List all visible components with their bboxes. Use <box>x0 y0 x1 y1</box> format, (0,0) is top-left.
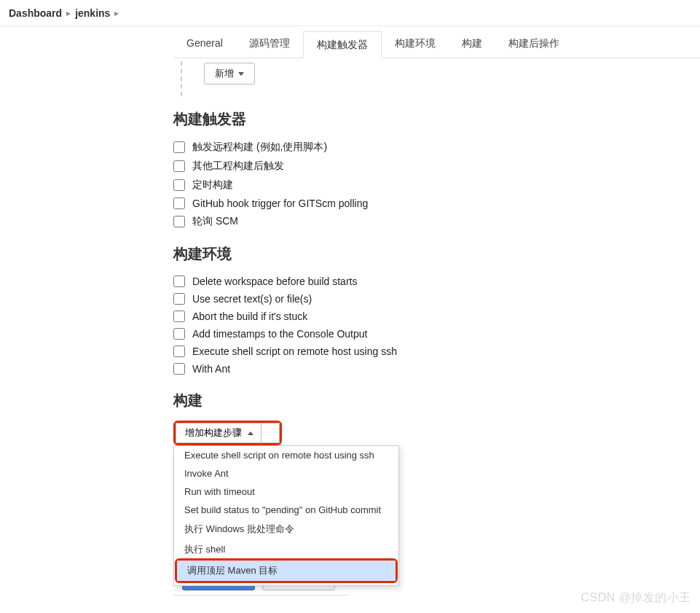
checkbox-trigger-remote[interactable] <box>173 141 185 153</box>
checkbox-trigger-upstream[interactable] <box>173 160 185 172</box>
highlight-annotation: 调用顶层 Maven 目标 <box>175 558 398 583</box>
label-trigger-remote[interactable]: 触发远程构建 (例如,使用脚本) <box>192 141 327 154</box>
highlight-annotation: 增加构建步骤 <box>173 421 282 445</box>
label-env-secret[interactable]: Use secret text(s) or file(s) <box>192 293 312 305</box>
trigger-row: 定时构建 <box>173 176 700 195</box>
chevron-right-icon: ▸ <box>114 8 119 18</box>
label-env-ssh-shell[interactable]: Execute shell script on remote host usin… <box>192 345 397 357</box>
tab-build[interactable]: 构建 <box>449 31 495 58</box>
trigger-row: 触发远程构建 (例如,使用脚本) <box>173 138 700 157</box>
env-row: Abort the build if it's stuck <box>173 308 700 325</box>
env-row: Delete workspace before build starts <box>173 273 700 290</box>
caret-up-icon <box>248 432 253 435</box>
tab-post-build[interactable]: 构建后操作 <box>495 31 573 58</box>
label-trigger-timer[interactable]: 定时构建 <box>192 179 233 192</box>
checkbox-env-delete-ws[interactable] <box>173 276 185 287</box>
label-env-abort-stuck[interactable]: Abort the build if it's stuck <box>192 311 307 322</box>
divider <box>173 595 348 596</box>
breadcrumb-item-dashboard[interactable]: Dashboard <box>9 7 62 19</box>
config-tabs: General 源码管理 构建触发器 构建环境 构建 构建后操作 <box>173 31 700 58</box>
main-content: General 源码管理 构建触发器 构建环境 构建 构建后操作 新增 构建触发… <box>173 26 700 458</box>
dropdown-item-execute-shell[interactable]: 执行 shell <box>174 539 398 560</box>
checkbox-env-timestamps[interactable] <box>173 328 185 340</box>
dropdown-item-ssh-shell[interactable]: Execute shell script on remote host usin… <box>174 446 398 464</box>
dropdown-item-invoke-ant[interactable]: Invoke Ant <box>174 464 398 483</box>
checkbox-trigger-poll-scm[interactable] <box>173 216 185 227</box>
checkbox-trigger-timer[interactable] <box>173 179 185 191</box>
add-build-step-button-split[interactable] <box>261 423 280 443</box>
add-build-step-wrap: 增加构建步骤 Execute shell script on remote ho… <box>173 421 700 445</box>
dropdown-item-run-timeout[interactable]: Run with timeout <box>174 483 398 501</box>
trigger-row: 轮询 SCM <box>173 212 700 231</box>
env-row: Use secret text(s) or file(s) <box>173 290 700 308</box>
trigger-row: 其他工程构建后触发 <box>173 157 700 176</box>
label-env-with-ant[interactable]: With Ant <box>192 363 230 375</box>
dropdown-item-windows-batch[interactable]: 执行 Windows 批处理命令 <box>174 519 398 539</box>
watermark-text: CSDN @掉发的小王 <box>581 590 691 606</box>
checkbox-trigger-github-hook[interactable] <box>173 198 185 209</box>
breadcrumb-item-jenkins[interactable]: jenkins <box>75 7 110 19</box>
checkbox-env-with-ant[interactable] <box>173 363 185 375</box>
label-trigger-poll-scm[interactable]: 轮询 SCM <box>192 215 238 228</box>
build-step-dropdown: Execute shell script on remote host usin… <box>173 445 399 586</box>
add-build-step-button[interactable]: 增加构建步骤 <box>176 423 261 443</box>
dropdown-item-maven-top[interactable]: 调用顶层 Maven 目标 <box>177 561 396 581</box>
tab-scm[interactable]: 源码管理 <box>236 31 303 58</box>
chevron-right-icon: ▸ <box>66 8 71 18</box>
label-env-delete-ws[interactable]: Delete workspace before build starts <box>192 276 357 287</box>
checkbox-env-ssh-shell[interactable] <box>173 345 185 357</box>
env-row: Add timestamps to the Console Output <box>173 325 700 343</box>
add-build-step-label: 增加构建步骤 <box>185 426 242 440</box>
section-title-env: 构建环境 <box>173 244 700 264</box>
dropdown-item-github-pending[interactable]: Set build status to "pending" on GitHub … <box>174 501 398 519</box>
add-behaviour-button[interactable]: 新增 <box>204 63 255 85</box>
additional-behaviours-block: 新增 <box>181 61 700 96</box>
env-row: With Ant <box>173 360 700 378</box>
tab-general[interactable]: General <box>173 31 236 58</box>
breadcrumb: Dashboard ▸ jenkins ▸ <box>0 0 700 26</box>
tab-build-triggers[interactable]: 构建触发器 <box>303 31 382 58</box>
label-trigger-upstream[interactable]: 其他工程构建后触发 <box>192 160 284 173</box>
label-trigger-github-hook[interactable]: GitHub hook trigger for GITScm polling <box>192 198 368 209</box>
tab-build-env[interactable]: 构建环境 <box>382 31 449 58</box>
label-env-timestamps[interactable]: Add timestamps to the Console Output <box>192 328 367 340</box>
env-row: Execute shell script on remote host usin… <box>173 343 700 360</box>
checkbox-env-abort-stuck[interactable] <box>173 311 185 322</box>
add-behaviour-label: 新增 <box>215 67 234 80</box>
checkbox-env-secret[interactable] <box>173 293 185 305</box>
section-title-build: 构建 <box>173 391 700 410</box>
caret-down-icon <box>238 72 244 76</box>
section-title-triggers: 构建触发器 <box>173 109 700 129</box>
trigger-row: GitHub hook trigger for GITScm polling <box>173 195 700 212</box>
